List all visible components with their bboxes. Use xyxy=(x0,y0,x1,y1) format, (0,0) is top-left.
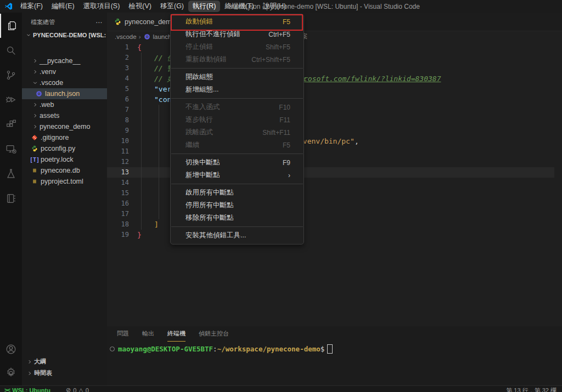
account-icon[interactable] xyxy=(0,337,22,361)
terminal-cursor[interactable] xyxy=(327,344,333,354)
tree-item-label: launch.json xyxy=(45,90,80,98)
menubar-item-6[interactable]: 執行(R) xyxy=(188,1,220,12)
error-icon: ⊘ xyxy=(66,387,71,392)
tree-item-poetry-lock[interactable]: [T]poetry.lock xyxy=(22,154,107,165)
menu-item-21[interactable]: 安裝其他偵錯工具... xyxy=(171,229,304,242)
menu-item-7[interactable]: 新增組態... xyxy=(171,83,304,96)
line-number: 5 xyxy=(107,84,129,94)
code-segment: } xyxy=(137,230,142,240)
tree-item--venv[interactable]: .venv xyxy=(22,66,107,77)
line-number: 15 xyxy=(107,188,129,198)
cursor-position-status[interactable]: 第 13 行，第 32 欄 xyxy=(506,387,557,392)
menubar-item-3[interactable]: 選取項目(S) xyxy=(79,1,125,12)
menu-item-3: 停止偵錯Shift+F5 xyxy=(171,41,304,53)
menu-item-14[interactable]: 切換中斷點F9 xyxy=(171,156,304,169)
menu-item-label: 繼續 xyxy=(186,140,199,150)
menu-item-label: 新增組態... xyxy=(186,85,218,94)
search-icon[interactable] xyxy=(0,38,22,63)
problems-status[interactable]: ⊘0 △0 xyxy=(66,387,89,392)
menu-item-2[interactable]: 執行但不進行偵錯Ctrl+F5 xyxy=(171,28,304,41)
sidebar-section-大綱[interactable]: 大綱 xyxy=(22,356,107,367)
line-number: 14 xyxy=(107,178,129,188)
line-number: 4 xyxy=(107,73,129,84)
menu-item-4: 重新啟動偵錯Ctrl+Shift+F5 xyxy=(171,53,304,66)
line-number: 2 xyxy=(107,53,129,63)
menu-item-19[interactable]: 移除所有中斷點 xyxy=(171,212,304,224)
remote-explorer-icon[interactable] xyxy=(0,137,22,161)
sidebar-bottom-sections: 大綱時間表 xyxy=(22,356,107,379)
menu-item-12: 繼續F5 xyxy=(171,139,304,151)
explorer-sidebar: 檔案總管 ⋯ PYNECONE-DEMO [WSL: U... __pycach… xyxy=(22,13,108,385)
menu-item-17[interactable]: 啟用所有中斷點 xyxy=(171,186,304,199)
menubar-item-1[interactable]: 檔案(F) xyxy=(16,1,47,12)
menu-item-label: 跳離函式 xyxy=(186,128,213,137)
explorer-icon[interactable] xyxy=(0,14,23,38)
panel-tab-終端機[interactable]: 終端機 xyxy=(167,326,186,342)
submenu-arrow-icon: › xyxy=(288,172,290,179)
sidebar-section-時間表[interactable]: 時間表 xyxy=(22,367,107,379)
panel-tab-問題[interactable]: 問題 xyxy=(117,326,129,342)
testing-icon[interactable] xyxy=(0,162,22,186)
terminal-colon: : xyxy=(213,345,217,353)
menu-item-label: 切換中斷點 xyxy=(186,158,220,167)
menu-separator xyxy=(171,184,303,184)
chevron-down-icon xyxy=(31,80,40,86)
code-segment: , xyxy=(355,136,359,146)
menu-item-label: 移除所有中斷點 xyxy=(186,213,234,223)
run-debug-icon[interactable] xyxy=(0,88,22,112)
python-file-icon xyxy=(114,18,121,26)
tree-item-label: .gitignore xyxy=(41,134,69,141)
line-number: 17 xyxy=(107,209,129,219)
tree-item-label: pcconfig.py xyxy=(41,145,75,152)
views-more-actions-icon[interactable]: ⋯ xyxy=(95,19,103,26)
menu-item-shortcut: Shift+F11 xyxy=(262,129,290,137)
tree-item--vscode[interactable]: .vscode xyxy=(22,77,107,88)
chevron-right-icon xyxy=(25,359,34,365)
menu-item-label: 啟動偵錯 xyxy=(186,17,213,26)
menu-item-shortcut: F5 xyxy=(283,141,290,149)
menubar-item-4[interactable]: 檢視(V) xyxy=(124,1,156,12)
menu-item-11: 跳離函式Shift+F11 xyxy=(171,126,304,139)
tree-item-pcconfig-py[interactable]: pcconfig.py xyxy=(22,143,107,154)
tree-item-label: .web xyxy=(40,101,54,109)
tree-item-label: poetry.lock xyxy=(41,156,74,163)
tree-item-pynecone-db[interactable]: pynecone.db xyxy=(22,165,107,176)
remote-indicator[interactable]: >< WSL: Ubuntu xyxy=(4,387,50,392)
menu-item-18[interactable]: 停用所有中斷點 xyxy=(171,199,304,212)
line-number: 3 xyxy=(107,63,129,73)
run-menu-dropdown: 啟動偵錯F5執行但不進行偵錯Ctrl+F5停止偵錯Shift+F5重新啟動偵錯C… xyxy=(170,14,304,245)
tree-item-pynecone-demo[interactable]: pynecone_demo xyxy=(22,121,107,132)
chevron-down-icon xyxy=(24,32,33,38)
tree-item--pycache-[interactable]: __pycache__ xyxy=(22,55,107,66)
warning-icon: △ xyxy=(78,387,83,392)
tree-item--gitignore[interactable]: .gitignore xyxy=(22,132,107,143)
source-control-icon[interactable] xyxy=(0,63,22,87)
notebook-icon[interactable] xyxy=(0,186,22,211)
tree-item-pyproject-toml[interactable]: pyproject.toml xyxy=(22,176,107,187)
panel-tab-輸出[interactable]: 輸出 xyxy=(142,326,154,342)
tree-item-label: pynecone.db xyxy=(41,167,80,174)
remote-icon: >< xyxy=(4,387,9,392)
extensions-icon[interactable] xyxy=(0,112,22,137)
line-number: 12 xyxy=(107,157,129,167)
db-yellow-icon xyxy=(31,178,38,185)
menu-item-label: 停用所有中斷點 xyxy=(186,201,234,210)
breadcrumb-folder[interactable]: .vscode xyxy=(115,33,137,40)
project-root-folder[interactable]: PYNECONE-DEMO [WSL: U... xyxy=(22,30,107,41)
menu-item-label: 開啟組態 xyxy=(186,72,213,82)
menu-item-label: 重新啟動偵錯 xyxy=(186,55,227,64)
tree-item-assets[interactable]: assets xyxy=(22,110,107,121)
terminal-prompt-line[interactable]: maoyang@DESKTOP-GVE5BTF : ~/workspace/py… xyxy=(110,344,333,354)
panel-tab-偵錯主控台[interactable]: 偵錯主控台 xyxy=(199,326,229,342)
tree-item-launch-json[interactable]: launch.json xyxy=(22,88,107,99)
menu-item-15[interactable]: 新增中斷點› xyxy=(171,169,304,181)
settings-icon[interactable] xyxy=(0,361,22,385)
line-number: 7 xyxy=(107,105,129,115)
menubar-item-2[interactable]: 編輯(E) xyxy=(47,1,79,12)
menu-item-6[interactable]: 開啟組態 xyxy=(171,71,304,83)
menubar-item-5[interactable]: 移至(G) xyxy=(156,1,188,12)
tree-item--web[interactable]: .web xyxy=(22,99,107,110)
terminal-dollar: $ xyxy=(321,345,325,353)
menu-item-shortcut: F5 xyxy=(283,18,290,26)
menu-item-1[interactable]: 啟動偵錯F5 xyxy=(171,15,304,28)
